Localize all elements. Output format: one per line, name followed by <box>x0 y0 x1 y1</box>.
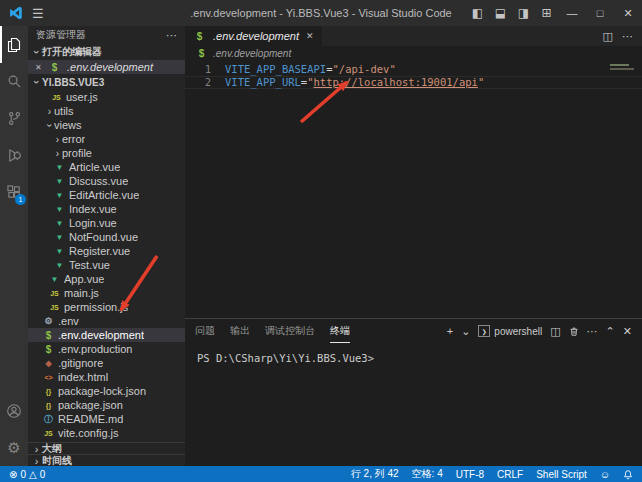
open-editor-item[interactable]: ✕ .env.development <box>28 60 185 74</box>
notifications-bell-icon[interactable] <box>623 469 633 480</box>
explorer-icon[interactable] <box>0 26 28 63</box>
tree-item[interactable]: Register.vue <box>28 244 185 258</box>
tree-item[interactable]: .gitignore <box>28 356 185 370</box>
tree-item[interactable]: Article.vue <box>28 160 185 174</box>
extensions-icon[interactable]: 1 <box>0 174 28 211</box>
tree-item[interactable]: Index.vue <box>28 202 185 216</box>
panel-more-icon[interactable]: ⋯ <box>587 325 598 338</box>
menu-icon[interactable]: ☰ <box>32 6 44 21</box>
tree-item[interactable]: Login.vue <box>28 216 185 230</box>
terminal-prompt: PS D:\CSharp\Yi\Yi.BBS.Vue3> <box>197 352 374 364</box>
close-button[interactable]: ✕ <box>614 0 642 26</box>
split-editor-icon[interactable]: ◫ <box>603 30 613 43</box>
search-icon[interactable] <box>0 63 28 100</box>
env-value: "/api-dev" <box>332 63 395 76</box>
tree-item[interactable]: package-lock.json <box>28 384 185 398</box>
new-terminal-icon[interactable]: + <box>447 325 453 337</box>
tab-env-development[interactable]: .env.development ✕ <box>185 26 322 46</box>
panel-tab[interactable]: 终端 <box>330 319 350 343</box>
run-debug-icon[interactable] <box>0 137 28 174</box>
panel-tab[interactable]: 输出 <box>230 319 250 343</box>
file-icon <box>42 329 55 341</box>
tree-item[interactable]: user.js <box>28 90 185 104</box>
toggle-sidebar-icon[interactable]: ◧ <box>466 6 489 20</box>
problems-indicator[interactable]: ⊗ 0 △ 0 <box>9 469 45 480</box>
indentation[interactable]: 空格: 4 <box>412 467 443 481</box>
feedback-icon[interactable]: ☺ <box>600 469 610 480</box>
minimap[interactable] <box>610 64 638 72</box>
close-icon[interactable]: ✕ <box>35 63 45 72</box>
explorer-sidebar: 资源管理器 ⋯ 打开的编辑器 ✕ .env.development YI.BBS… <box>28 26 185 466</box>
editor-actions-icon[interactable]: ⋯ <box>622 30 633 43</box>
panel-tab[interactable]: 调试控制台 <box>265 319 315 343</box>
tree-item[interactable]: profile <box>28 146 185 160</box>
cursor-position[interactable]: 行 2, 列 42 <box>351 467 399 481</box>
tree-item[interactable]: NotFound.vue <box>28 230 185 244</box>
customize-layout-icon[interactable]: ⊞ <box>535 6 558 20</box>
warning-icon: △ <box>29 469 37 480</box>
tree-item[interactable]: Discuss.vue <box>28 174 185 188</box>
project-section[interactable]: YI.BBS.VUE3 <box>28 74 185 90</box>
eol-sequence[interactable]: CRLF <box>497 469 523 480</box>
file-icon <box>50 91 63 103</box>
code-line-1: 1VITE_APP_BASEAPI="/api-dev" <box>185 63 642 76</box>
tree-item[interactable]: .env.production <box>28 342 185 356</box>
open-editors-section[interactable]: 打开的编辑器 <box>28 44 185 60</box>
tree-item[interactable]: vite.config.js <box>28 426 185 440</box>
maximize-button[interactable]: □ <box>586 0 614 26</box>
language-mode[interactable]: Shell Script <box>536 469 587 480</box>
terminal-profile-powershell[interactable]: ❯powershell <box>478 325 542 337</box>
tree-item-label: App.vue <box>64 273 104 285</box>
terminal-output[interactable]: PS D:\CSharp\Yi\Yi.BBS.Vue3> <box>185 343 642 364</box>
tree-item[interactable]: .env.development <box>28 328 185 342</box>
timeline-section[interactable]: 时间线 <box>28 454 185 466</box>
source-control-icon[interactable] <box>0 100 28 137</box>
tree-item[interactable]: Test.vue <box>28 258 185 272</box>
maximize-panel-icon[interactable]: ⌃ <box>606 325 615 338</box>
settings-gear-icon[interactable]: ⚙ <box>0 429 28 466</box>
minimize-button[interactable]: — <box>558 0 586 26</box>
toggle-secondary-sidebar-icon[interactable]: ◨ <box>512 6 535 20</box>
tree-item[interactable]: index.html <box>28 370 185 384</box>
kill-terminal-icon[interactable] <box>569 326 579 337</box>
tree-item-label: Login.vue <box>69 217 117 229</box>
chevron-down-icon <box>31 76 42 88</box>
open-editor-label: .env.development <box>67 61 153 73</box>
tree-item[interactable]: permission.js <box>28 300 185 314</box>
code-line-2: 2VITE_APP_URL="http://localhost:19001/ap… <box>185 76 642 89</box>
breadcrumb[interactable]: .env.development <box>185 46 642 61</box>
tree-item[interactable]: views <box>28 118 185 132</box>
tree-item[interactable]: error <box>28 132 185 146</box>
panel-tab-bar: 问题 输出 调试控制台 终端 +⌄❯powers <box>185 319 642 343</box>
tree-item-label: NotFound.vue <box>69 231 138 243</box>
tree-item-label: user.js <box>66 91 98 103</box>
panel-tab-label: 调试控制台 <box>265 324 315 338</box>
close-panel-icon[interactable]: ✕ <box>623 325 632 338</box>
file-icon <box>42 413 55 425</box>
tree-item[interactable]: EditArticle.vue <box>28 188 185 202</box>
terminal-dropdown-icon[interactable]: ⌄ <box>461 325 470 338</box>
account-icon[interactable] <box>0 392 28 429</box>
project-label: YI.BBS.VUE3 <box>42 77 104 88</box>
file-icon <box>42 385 55 397</box>
tab-close-icon[interactable]: ✕ <box>306 31 314 41</box>
code-editor[interactable]: 1VITE_APP_BASEAPI="/api-dev" 2VITE_APP_U… <box>185 61 642 318</box>
tree-item-label: views <box>54 119 82 131</box>
tree-item-label: Article.vue <box>69 161 120 173</box>
toggle-panel-icon[interactable]: ⬓ <box>489 6 512 20</box>
shell-file-icon <box>48 61 61 73</box>
tree-item[interactable]: README.md <box>28 412 185 426</box>
file-icon <box>48 287 61 299</box>
sidebar-actions-icon[interactable]: ⋯ <box>166 29 177 42</box>
tree-item[interactable]: main.js <box>28 286 185 300</box>
panel-tab[interactable]: 问题 <box>195 319 215 343</box>
file-icon <box>42 315 55 327</box>
tree-item[interactable]: .env <box>28 314 185 328</box>
tree-item[interactable]: utils <box>28 104 185 118</box>
url-link[interactable]: http://localhost:19001/api <box>314 76 478 89</box>
outline-section[interactable]: 大纲 <box>28 442 185 454</box>
encoding[interactable]: UTF-8 <box>456 469 484 480</box>
split-terminal-icon[interactable]: ◫ <box>550 325 560 338</box>
tree-item[interactable]: package.json <box>28 398 185 412</box>
tree-item[interactable]: App.vue <box>28 272 185 286</box>
